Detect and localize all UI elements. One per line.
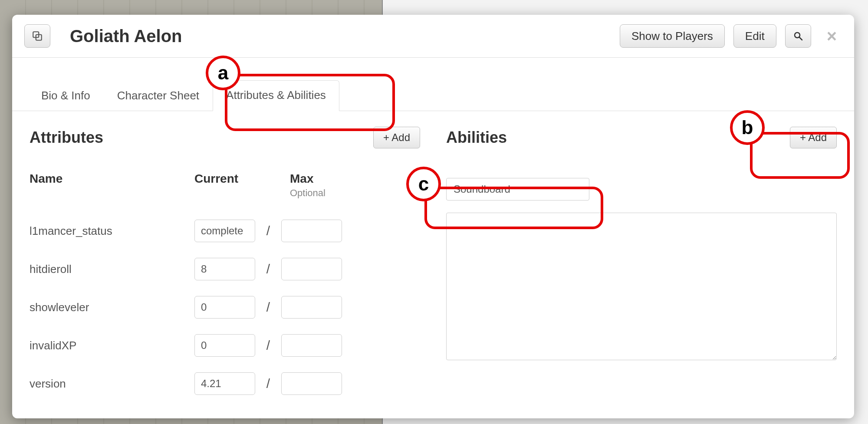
attribute-row: showleveler/ xyxy=(30,288,420,326)
attribute-row: l1mancer_status/ xyxy=(30,212,420,250)
tab-bar: Bio & Info Character Sheet Attributes & … xyxy=(12,80,854,111)
attribute-max-input[interactable] xyxy=(281,372,342,395)
tab-attributes-abilities[interactable]: Attributes & Abilities xyxy=(213,80,339,111)
ability-body-textarea[interactable] xyxy=(446,213,837,360)
close-button[interactable]: × xyxy=(827,27,837,45)
attribute-max-input[interactable] xyxy=(281,220,342,242)
attribute-name: l1mancer_status xyxy=(30,224,194,238)
ability-name-input[interactable] xyxy=(446,178,589,200)
attribute-current-input[interactable] xyxy=(194,258,255,280)
attribute-separator: / xyxy=(255,224,281,238)
popout-button[interactable] xyxy=(24,24,50,48)
attr-head-current: Current xyxy=(194,172,290,199)
attribute-name: showleveler xyxy=(30,301,194,314)
character-modal: Goliath Aelon Show to Players Edit × Bio… xyxy=(12,15,854,418)
attr-head-max: Max Optional xyxy=(290,172,377,199)
attributes-header-row: Name Current Max Optional xyxy=(30,172,420,199)
modal-header: Goliath Aelon Show to Players Edit × xyxy=(12,15,854,58)
attributes-column: Attributes + Add Name Current Max Option… xyxy=(30,111,420,403)
attribute-current-input[interactable] xyxy=(194,220,255,242)
attribute-row: hitdieroll/ xyxy=(30,250,420,288)
show-to-players-button[interactable]: Show to Players xyxy=(620,24,725,48)
search-button[interactable] xyxy=(785,24,811,48)
character-title: Goliath Aelon xyxy=(70,26,182,46)
modal-body[interactable]: Bio & Info Character Sheet Attributes & … xyxy=(12,67,854,418)
abilities-column: Abilities + Add xyxy=(446,111,837,403)
attribute-separator: / xyxy=(255,338,281,353)
search-icon xyxy=(793,31,803,41)
add-ability-button[interactable]: + Add xyxy=(790,127,837,148)
edit-button[interactable]: Edit xyxy=(733,24,776,48)
attribute-row: invalidXP/ xyxy=(30,326,420,365)
add-attribute-button[interactable]: + Add xyxy=(373,127,420,148)
attribute-max-input[interactable] xyxy=(281,296,342,319)
attribute-separator: / xyxy=(255,262,281,276)
attribute-name: version xyxy=(30,377,194,391)
attribute-name: invalidXP xyxy=(30,339,194,352)
tab-bio-info[interactable]: Bio & Info xyxy=(28,81,104,111)
columns: Attributes + Add Name Current Max Option… xyxy=(12,111,854,418)
abilities-title: Abilities xyxy=(446,128,507,147)
tab-character-sheet[interactable]: Character Sheet xyxy=(104,81,213,111)
attr-head-max-sub: Optional xyxy=(290,187,377,199)
attr-head-max-label: Max xyxy=(290,172,313,185)
attribute-rows: l1mancer_status/hitdieroll/showleveler/i… xyxy=(30,212,420,403)
attribute-current-input[interactable] xyxy=(194,296,255,319)
attribute-separator: / xyxy=(255,376,281,391)
attribute-max-input[interactable] xyxy=(281,258,342,280)
popout-icon xyxy=(32,30,43,42)
attr-head-name: Name xyxy=(30,172,194,199)
attribute-current-input[interactable] xyxy=(194,372,255,395)
attribute-name: hitdieroll xyxy=(30,263,194,276)
attribute-current-input[interactable] xyxy=(194,334,255,357)
attribute-max-input[interactable] xyxy=(281,334,342,357)
attribute-row: version/ xyxy=(30,365,420,403)
svg-line-3 xyxy=(799,37,802,40)
attributes-title: Attributes xyxy=(30,128,103,147)
attribute-separator: / xyxy=(255,300,281,315)
